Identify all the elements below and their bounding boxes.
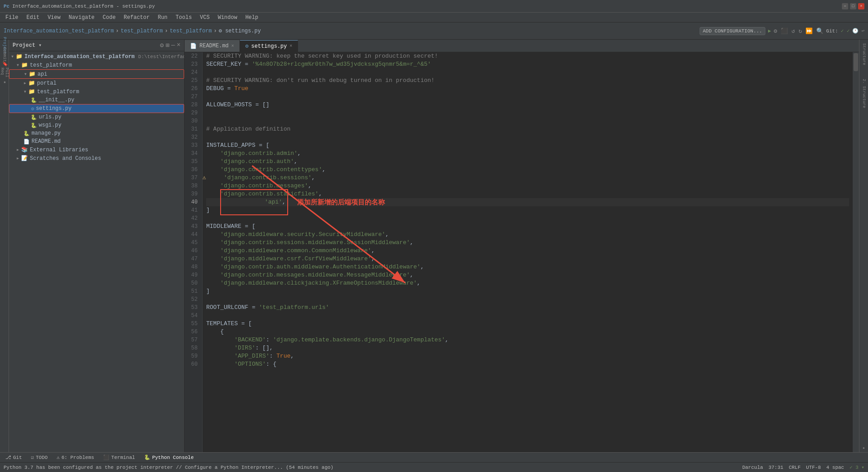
libs-arrow: ▸ xyxy=(16,146,19,153)
menu-navigate[interactable]: Navigate xyxy=(65,14,98,22)
maximize-button[interactable]: □ xyxy=(850,3,856,9)
tab-bar: 📄 README.md × ⚙ settings.py × xyxy=(185,40,859,52)
code-line-57: 'BACKEND': 'django.template.backends.dja… xyxy=(206,336,849,344)
tree-folder-test-platform[interactable]: ▾ 📁 test_platform xyxy=(9,61,184,69)
close-button[interactable]: × xyxy=(858,3,864,9)
toolbar: Interface_automation_test_platform › tes… xyxy=(0,23,868,40)
code-line-27 xyxy=(206,93,849,101)
warning-icon: ⚠ xyxy=(203,174,206,182)
position-status[interactable]: 37:31 xyxy=(769,465,783,470)
menu-bar: File Edit View Navigate Code Refactor Ru… xyxy=(0,13,868,23)
breadcrumb-test-platform[interactable]: test_platform xyxy=(121,28,163,34)
menu-code[interactable]: Code xyxy=(99,14,119,22)
menu-edit[interactable]: Edit xyxy=(23,14,43,22)
structure2-icon[interactable]: 2. Structure xyxy=(860,77,868,110)
tree-folder-portal[interactable]: ▸ 📁 portal xyxy=(9,79,184,87)
structure-icon[interactable]: Structure xyxy=(860,41,868,67)
commit-icon[interactable]: Commit xyxy=(0,50,9,59)
tree-file-urls[interactable]: 🐍 urls.py xyxy=(9,113,184,121)
window-title: Interface_automation_test_platform - set… xyxy=(12,4,155,9)
code-line-35: 'django.contrib.auth', xyxy=(206,158,849,166)
main-layout: Project Commit 🔖 Pull Req ★ Project ▾ ⚙ … xyxy=(0,40,868,452)
indent-label: 4 spac xyxy=(826,465,844,470)
clock-icon[interactable]: 🕐 xyxy=(852,28,859,34)
scrollbar[interactable] xyxy=(853,52,859,452)
code-line-52 xyxy=(206,295,849,304)
code-line-39: 'django.contrib.staticfiles', xyxy=(206,190,849,198)
line-ending-status[interactable]: CRLF xyxy=(789,465,800,470)
run-icon[interactable]: ▶ xyxy=(768,28,771,34)
menu-help[interactable]: Help xyxy=(242,14,262,22)
code-content[interactable]: # SECURITY WARNING: keep the secret key … xyxy=(203,52,853,452)
code-line-28: ALLOWED_HOSTS = [] xyxy=(206,101,849,109)
bookmarks-icon[interactable]: 🔖 xyxy=(0,59,9,68)
tab-readme[interactable]: 📄 README.md × xyxy=(185,40,240,52)
encoding-status[interactable]: UTF-8 xyxy=(806,465,821,470)
tree-file-settings[interactable]: ⚙ settings.py xyxy=(9,104,184,113)
tp2-folder-icon: 📁 xyxy=(28,88,35,95)
python-console-tool[interactable]: 🐍 Python Console xyxy=(142,454,195,460)
manage-label: manage.py xyxy=(32,130,61,136)
tree-scratches[interactable]: ▸ 📝 Scratches and Consoles xyxy=(9,154,184,163)
bottom-toolbar: ⎇ Git ☑ TODO ⚠ 6: Problems ⬛ Terminal 🐍 … xyxy=(0,452,868,462)
minimize-button[interactable]: − xyxy=(842,3,848,9)
terminal-tool[interactable]: ⬛ Terminal xyxy=(101,454,137,460)
indent-status[interactable]: 4 spac xyxy=(826,465,844,470)
menu-file[interactable]: File xyxy=(2,14,22,22)
code-line-25: # SECURITY WARNING: don't run with debug… xyxy=(206,77,849,85)
breadcrumb-test-platform2[interactable]: test_platform xyxy=(170,28,212,34)
code-editor[interactable]: 22 23 24 25 26 27 28 29 30 31 32 33 34 3… xyxy=(185,52,859,452)
theme-status: Darcula xyxy=(742,465,763,470)
gear-icon[interactable]: ⚙ xyxy=(160,41,163,49)
tree-file-manage[interactable]: 🐍 manage.py xyxy=(9,129,184,137)
tree-folder-api[interactable]: ▾ 📁 api xyxy=(9,69,184,79)
pull-requests-icon[interactable]: Pull Req xyxy=(0,68,9,77)
scratch-arrow: ▸ xyxy=(16,155,19,162)
undo-icon[interactable]: ↩ xyxy=(861,28,864,34)
code-line-32 xyxy=(206,133,849,141)
project-header-controls: ⚙ ⊞ — × xyxy=(160,41,181,49)
git-tool[interactable]: ⎇ Git xyxy=(4,454,24,460)
tree-external-libs[interactable]: ▸ 📚 External Libraries xyxy=(9,145,184,154)
code-line-31: # Application definition xyxy=(206,125,849,133)
tree-root[interactable]: ▾ 📁 Interface_automation_test_platform D… xyxy=(9,52,184,61)
close-panel-icon[interactable]: × xyxy=(177,41,181,49)
menu-run[interactable]: Run xyxy=(154,14,171,22)
collapse-icon[interactable]: — xyxy=(171,41,175,49)
menu-vcs[interactable]: VCS xyxy=(196,14,213,22)
problems-icon: ⚠ xyxy=(57,454,60,460)
folder-icon: 📁 xyxy=(21,62,28,68)
root-path: D:\test\Interface_automation_test_p... xyxy=(138,54,184,59)
problems-tool[interactable]: ⚠ 6: Problems xyxy=(55,454,96,460)
init-label: __init__.py xyxy=(39,97,74,103)
add-config-button[interactable]: ADD CONFIGURATION... xyxy=(700,27,765,35)
favorites-right-icon[interactable]: ★ xyxy=(861,444,867,452)
layout-icon[interactable]: ⊞ xyxy=(166,41,169,49)
api-arrow: ▾ xyxy=(24,71,27,77)
breadcrumb-root[interactable]: Interface_automation_test_platform xyxy=(4,28,114,34)
tree-file-readme[interactable]: 📄 README.md xyxy=(9,137,184,145)
readme-tab-close[interactable]: × xyxy=(231,44,234,49)
tree-folder-test-platform2[interactable]: ▾ 📁 test_platform xyxy=(9,87,184,96)
python-console-label: Python Console xyxy=(152,455,194,460)
breadcrumb-file[interactable]: ⚙ settings.py xyxy=(219,27,261,34)
tree-file-init[interactable]: 🐍 __init__.py xyxy=(9,96,184,104)
settings-tab-close[interactable]: × xyxy=(289,44,292,49)
todo-tool[interactable]: ☑ TODO xyxy=(29,454,50,460)
window-controls: − □ × xyxy=(842,3,864,9)
menu-refactor[interactable]: Refactor xyxy=(120,14,154,22)
menu-window[interactable]: Window xyxy=(214,14,241,22)
toolbar-right: ADD CONFIGURATION... ▶ ⚙ ⬛ ↺ ↻ ⏩ 🔍 Git: … xyxy=(700,27,864,35)
interpreter-status: Python 3.7 has been configured as the pr… xyxy=(4,465,737,470)
favorites-icon[interactable]: ★ xyxy=(0,77,9,86)
menu-tools[interactable]: Tools xyxy=(172,14,195,22)
tree-file-wsgi[interactable]: 🐍 wsgi.py xyxy=(9,121,184,129)
code-line-60: 'OPTIONS': { xyxy=(206,360,849,368)
libs-icon: 📚 xyxy=(21,146,28,153)
menu-view[interactable]: View xyxy=(44,14,64,22)
readme-label: README.md xyxy=(32,138,61,145)
root-icon: 📁 xyxy=(16,53,23,60)
readme-tab-label: README.md xyxy=(199,43,229,49)
tab-settings[interactable]: ⚙ settings.py × xyxy=(240,40,298,52)
line-ending-label: CRLF xyxy=(789,465,800,470)
